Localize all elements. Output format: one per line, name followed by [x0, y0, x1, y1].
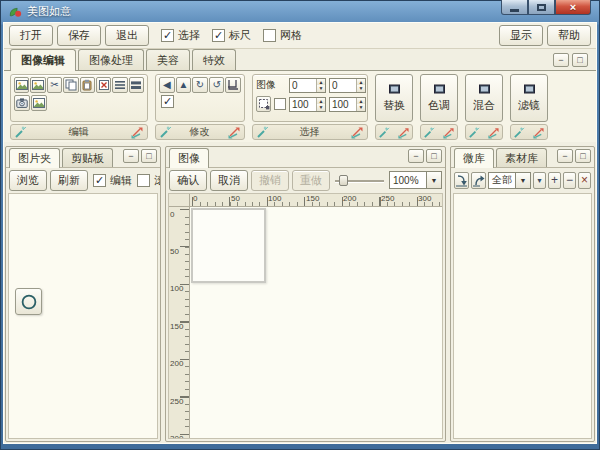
horizontal-ruler: 0 50 100 150 200 250 300 — [190, 194, 442, 207]
rotate-cw-button[interactable]: ↻ — [192, 77, 208, 93]
cancel-button[interactable]: 取消 — [210, 170, 248, 191]
redo-button[interactable]: 重做 — [292, 170, 330, 191]
import-item-button[interactable] — [454, 172, 469, 189]
monitor-icon — [388, 83, 401, 95]
transfer-arrows-icon[interactable] — [531, 126, 545, 139]
panel-minimize-button[interactable]: − — [557, 149, 573, 163]
open-button[interactable]: 打开 — [9, 25, 53, 46]
cut-button[interactable]: ✂ — [47, 77, 62, 93]
export-item-button[interactable] — [471, 172, 486, 189]
arrow-into-tray-icon — [455, 174, 468, 187]
panel-maximize-button[interactable]: □ — [575, 149, 591, 163]
transfer-arrows-icon[interactable] — [349, 125, 364, 139]
save-button[interactable]: 保存 — [57, 25, 101, 46]
tab-beauty[interactable]: 美容 — [146, 49, 190, 70]
rotate-cw-icon: ↻ — [196, 80, 204, 90]
tab-material-library[interactable]: 素材库 — [496, 148, 547, 167]
tab-micro-library[interactable]: 微库 — [454, 148, 494, 168]
flip-vertical-button[interactable]: ▲ — [176, 77, 192, 93]
insert-picture-button[interactable] — [31, 95, 47, 111]
window-maximize-button[interactable] — [528, 0, 555, 15]
window-close-button[interactable]: × — [555, 0, 591, 15]
scissors-icon: ✂ — [50, 80, 58, 90]
ruler-label: 200 — [343, 194, 356, 203]
tab-effects[interactable]: 特效 — [192, 49, 236, 70]
minus-icon: − — [566, 173, 573, 187]
transfer-arrows-icon[interactable] — [226, 125, 241, 139]
bars-tool-button[interactable] — [129, 77, 144, 93]
panel-minimize-button[interactable]: − — [408, 149, 424, 163]
import-image-button[interactable] — [14, 77, 29, 93]
add-button[interactable]: + — [548, 172, 561, 189]
plus-icon: + — [551, 173, 558, 187]
display-button[interactable]: 显示 — [499, 25, 543, 46]
tab-clipboard[interactable]: 剪贴板 — [62, 148, 113, 167]
exit-button[interactable]: 退出 — [105, 25, 149, 46]
category-select[interactable]: 全部 ▼ — [488, 172, 531, 189]
tab-image[interactable]: 图像 — [169, 148, 209, 168]
export-image-button[interactable] — [30, 77, 45, 93]
clipped-checkbox[interactable]: 滚 — [137, 173, 160, 188]
paste-button[interactable] — [80, 77, 95, 93]
ruler-checkbox[interactable]: ✓ 标尺 — [212, 28, 251, 43]
window-minimize-button[interactable] — [501, 0, 528, 15]
zoom-level-select[interactable]: 100% ▼ — [389, 171, 442, 189]
selection-height-spinner[interactable]: 100▲▼ — [329, 97, 366, 112]
browse-button[interactable]: 浏览 — [9, 170, 47, 191]
list-tool-button[interactable] — [112, 77, 127, 93]
modify-checkbox[interactable]: ✓ — [161, 95, 174, 108]
delete-button[interactable] — [96, 77, 111, 93]
panel-maximize-button[interactable]: □ — [141, 149, 157, 163]
bars-icon — [130, 79, 142, 91]
select-checkbox[interactable]: ✓ 选择 — [161, 28, 200, 43]
picture-folder-content — [8, 193, 158, 439]
tab-image-edit[interactable]: 图像编辑 — [10, 49, 76, 71]
canvas[interactable] — [190, 207, 442, 438]
ruler-label: 200 — [170, 359, 183, 368]
tab-picture-folder[interactable]: 图片夹 — [9, 148, 60, 168]
blend-button[interactable]: 混合 — [465, 74, 503, 122]
ribbon-minimize-button[interactable]: − — [553, 53, 569, 67]
flip-horizontal-button[interactable]: ◀ — [159, 77, 175, 93]
shape-thumbnail-button[interactable] — [15, 288, 42, 315]
edit-checkbox-label: 编辑 — [110, 173, 132, 188]
confirm-button[interactable]: 确认 — [169, 170, 207, 191]
zoom-slider[interactable] — [333, 172, 386, 188]
delete-all-button[interactable]: × — [578, 172, 591, 189]
image-rect[interactable] — [191, 208, 266, 283]
edit-checkbox[interactable]: ✓ 编辑 — [93, 173, 132, 188]
sort-button[interactable]: ▼ — [533, 172, 546, 189]
copy-button[interactable] — [63, 77, 78, 93]
hue-button[interactable]: 色调 — [420, 74, 458, 122]
app-window: 美图如意 × 打开 保存 退出 ✓ 选择 ✓ 标尺 网格 显 — [0, 0, 600, 450]
select-group-checkbox[interactable] — [274, 98, 286, 110]
selection-width-spinner[interactable]: 100▲▼ — [289, 97, 326, 112]
undo-button[interactable]: 撤销 — [251, 170, 289, 191]
remove-button[interactable]: − — [563, 172, 576, 189]
panel-maximize-button[interactable]: □ — [426, 149, 442, 163]
modify-group-caption: 修改 — [155, 124, 245, 140]
tab-image-process[interactable]: 图像处理 — [78, 49, 144, 70]
transfer-arrows-icon[interactable] — [486, 126, 500, 139]
transfer-arrows-icon[interactable] — [441, 126, 455, 139]
grid-checkbox[interactable]: 网格 — [263, 28, 302, 43]
crop-button[interactable] — [225, 77, 241, 93]
chevron-down-icon[interactable]: ▼ — [516, 172, 531, 189]
marquee-button[interactable] — [256, 96, 271, 112]
zoom-slider-thumb[interactable] — [339, 175, 348, 186]
ruler-label: 150 — [170, 322, 183, 331]
transfer-arrows-icon[interactable] — [396, 126, 410, 139]
rotate-ccw-button[interactable]: ↺ — [209, 77, 225, 93]
selection-y-spinner[interactable]: 0▲▼ — [329, 78, 366, 93]
replace-button[interactable]: 替换 — [375, 74, 413, 122]
filter-button[interactable]: 滤镜 — [510, 74, 548, 122]
chevron-down-icon[interactable]: ▼ — [427, 171, 442, 189]
transfer-arrows-icon[interactable] — [129, 125, 144, 139]
panel-minimize-button[interactable]: − — [123, 149, 139, 163]
help-button[interactable]: 帮助 — [547, 25, 591, 46]
refresh-button[interactable]: 刷新 — [50, 170, 88, 191]
check-icon: ✓ — [214, 30, 223, 41]
camera-capture-button[interactable] — [14, 95, 30, 111]
ribbon-maximize-button[interactable]: □ — [572, 53, 588, 67]
selection-x-spinner[interactable]: 0▲▼ — [289, 78, 326, 93]
